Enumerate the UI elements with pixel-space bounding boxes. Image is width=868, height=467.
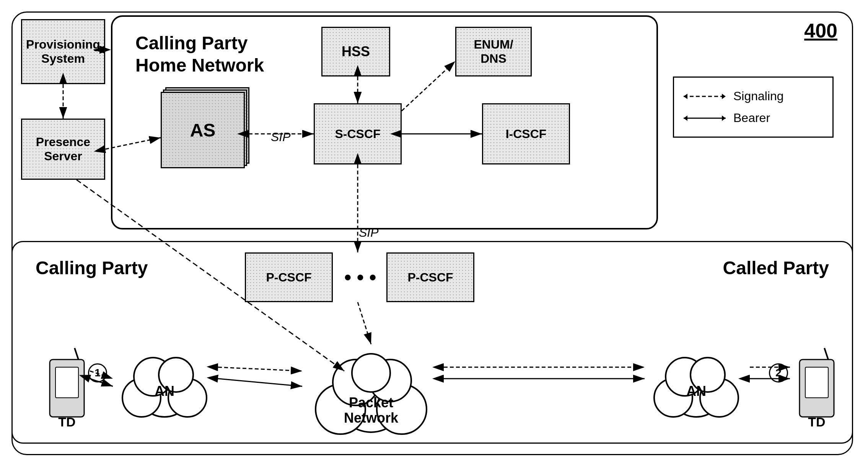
calling-party-label: Calling Party	[36, 257, 148, 278]
svg-text:Packet: Packet	[349, 395, 393, 410]
p-cscf-left-box: P-CSCF	[245, 252, 333, 302]
legend-box: Signaling Bearer	[673, 76, 834, 138]
presence-server-box: PresenceServer	[21, 119, 105, 180]
circle-badge-2: 2	[769, 363, 788, 382]
packet-network-cloud: Packet Network	[298, 337, 444, 444]
td-left: TD	[38, 344, 88, 428]
svg-text:AN: AN	[686, 383, 706, 399]
p-cscf-right-box: P-CSCF	[386, 252, 474, 302]
circle-badge-1: 1	[88, 363, 107, 382]
svg-marker-29	[722, 94, 726, 99]
home-network-label: Calling Party Home Network	[135, 32, 264, 76]
td-right: TD	[788, 344, 838, 428]
svg-text:Network: Network	[344, 410, 399, 426]
legend-bearer: Bearer	[682, 111, 825, 125]
legend-signaling: Signaling	[682, 89, 825, 103]
svg-text:AN: AN	[155, 383, 174, 399]
svg-marker-30	[684, 94, 687, 99]
dots-separator: • • •	[344, 266, 376, 289]
svg-rect-22	[55, 367, 78, 398]
svg-marker-32	[722, 116, 726, 121]
an-left-cloud: AN	[111, 340, 218, 425]
provisioning-system-box: ProvisioningSystem	[21, 19, 105, 84]
svg-line-20	[75, 348, 78, 360]
sip-label-top: SIP	[271, 130, 291, 144]
svg-text:TD: TD	[58, 415, 75, 428]
i-cscf-box: I-CSCF	[482, 103, 570, 164]
svg-point-5	[352, 354, 390, 392]
svg-marker-33	[684, 116, 687, 121]
figure-number: 400	[804, 19, 837, 42]
called-party-label: Called Party	[723, 257, 829, 278]
diagram-container: 400 Calling Party Home Network Provision…	[0, 0, 868, 467]
svg-text:TD: TD	[808, 415, 825, 428]
as-box-stack: AS	[161, 92, 245, 168]
sip-label-bottom: SIP	[359, 226, 379, 240]
an-right-cloud: AN	[643, 340, 750, 425]
hss-box: HSS	[321, 27, 390, 76]
s-cscf-box: S-CSCF	[314, 103, 402, 164]
svg-rect-26	[805, 367, 828, 398]
svg-line-24	[824, 348, 828, 360]
enum-dns-box: ENUM/DNS	[455, 27, 532, 76]
